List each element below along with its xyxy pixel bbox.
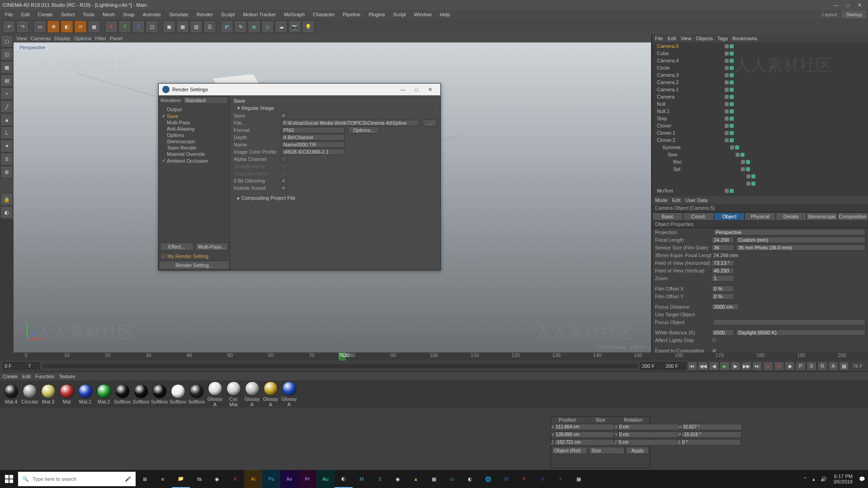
name-dropdown[interactable]: Name0000.TIF: [281, 141, 344, 148]
menu-render[interactable]: Render: [193, 11, 216, 18]
render-category-item[interactable]: Anti-Aliasing: [159, 126, 230, 132]
render-view-icon[interactable]: ▣: [163, 20, 175, 33]
menu-simulate[interactable]: Simulate: [166, 11, 192, 18]
render-category-item[interactable]: Options: [159, 132, 230, 138]
timeline-current-field[interactable]: [26, 362, 40, 370]
move-tool-icon[interactable]: ✥: [47, 20, 60, 33]
object-tree-item[interactable]: Camera.2: [652, 79, 868, 86]
object-tree-item[interactable]: Camera.5: [652, 42, 868, 50]
fovv-field[interactable]: 45.293 °: [712, 267, 734, 274]
menu-snap[interactable]: Snap: [120, 11, 138, 18]
render-pv-icon[interactable]: ▥: [190, 20, 203, 33]
format-dropdown[interactable]: PNG: [281, 127, 344, 133]
app-icon-4[interactable]: ◐: [461, 470, 479, 488]
menu-select[interactable]: Select: [58, 11, 78, 18]
tab-details[interactable]: Details: [776, 212, 807, 221]
profile-field[interactable]: sRGB IEC61966-2.1: [281, 149, 344, 155]
render-category-item[interactable]: Material Override: [159, 151, 230, 157]
edge-icon[interactable]: e: [154, 470, 172, 488]
tweak-mode-icon[interactable]: ✦: [0, 140, 13, 152]
axis-mode-icon[interactable]: L: [0, 127, 13, 139]
object-tree-item[interactable]: Step: [652, 115, 868, 122]
tab-physical[interactable]: Physical: [745, 212, 775, 221]
object-tree-item[interactable]: Null.1: [652, 108, 868, 115]
prev-frame-icon[interactable]: ◀: [709, 361, 719, 371]
tab-basic[interactable]: Basic: [652, 212, 683, 221]
material-item[interactable]: Glossy A: [262, 381, 279, 407]
material-item[interactable]: Mat: [58, 384, 75, 404]
timeline-scrollbar[interactable]: [42, 364, 637, 368]
edge-mode-icon[interactable]: ╱: [0, 100, 13, 113]
store-icon[interactable]: 🛍: [190, 470, 208, 488]
object-manager-tree[interactable]: Camera.5CubeCamera.4CircleCamera.3Camera…: [652, 42, 868, 196]
object-tree-item[interactable]: Cube: [652, 50, 868, 57]
vp-menu-options[interactable]: Options: [74, 36, 91, 41]
render-category-item[interactable]: ✓Ambient Occlusion: [159, 157, 230, 164]
render-preset-item[interactable]: ☑ My Render Setting: [159, 252, 230, 261]
vp-menu-panel[interactable]: Panel: [110, 36, 123, 41]
excel-icon[interactable]: X: [552, 470, 570, 488]
object-tree-item[interactable]: Camera.4: [652, 57, 868, 64]
offy-field[interactable]: 0 %: [712, 293, 734, 300]
render-settings-icon[interactable]: ☰: [203, 20, 216, 33]
tab-stereo[interactable]: Stereoscopic: [807, 212, 837, 221]
select-tool-icon[interactable]: ▭: [33, 20, 46, 33]
vp-menu-filter[interactable]: Filter: [95, 36, 106, 41]
render-category-item[interactable]: Team Render: [159, 145, 230, 151]
cortana-mic-icon[interactable]: 🎤: [125, 476, 131, 482]
menu-window[interactable]: Window: [411, 11, 435, 18]
mat-menu-create[interactable]: Create: [3, 374, 18, 379]
model-mode-icon[interactable]: ◫: [0, 48, 13, 61]
timeline-end2-field[interactable]: [664, 362, 686, 370]
coord-mode-dropdown[interactable]: Object (Rel): [552, 447, 587, 454]
material-item[interactable]: Glossy A: [207, 381, 223, 407]
prev-key-icon[interactable]: ◀◀: [698, 361, 708, 371]
size-y-field[interactable]: [618, 432, 678, 438]
depth-dropdown[interactable]: 8 Bit/Channel: [281, 134, 344, 141]
projection-dropdown[interactable]: Perspective: [713, 229, 865, 235]
menu-character[interactable]: Character: [310, 11, 338, 18]
sound-checkbox[interactable]: [281, 185, 287, 191]
spline-pen-icon[interactable]: ✎: [234, 20, 247, 33]
menu-plugins[interactable]: Plugins: [365, 11, 388, 18]
autokey-icon[interactable]: ●: [774, 361, 784, 371]
materials-panel[interactable]: Mat.4CircularMat.3MatMat.1Mat.2SoftboxSo…: [0, 380, 868, 408]
menu-help[interactable]: Help: [437, 11, 453, 18]
tab-composition[interactable]: Composition: [837, 212, 868, 221]
axis-z-icon[interactable]: Z: [132, 20, 145, 33]
generator-icon[interactable]: ◉: [248, 20, 260, 33]
material-item[interactable]: Softbox: [170, 384, 186, 404]
make-editable-icon[interactable]: ▢: [0, 35, 13, 47]
menu-tools[interactable]: Tools: [80, 11, 98, 18]
timeline-ruler[interactable]: 7630 01020304050607080901001101201301401…: [0, 352, 868, 361]
cinema4d-icon[interactable]: ◐: [335, 470, 353, 488]
material-item[interactable]: Mat.1: [77, 384, 94, 404]
object-tree-item[interactable]: Camera: [652, 93, 868, 100]
workplane-x-icon[interactable]: ◐: [0, 206, 13, 219]
undo-icon[interactable]: ↶: [3, 20, 15, 33]
obj-menu-file[interactable]: File: [655, 36, 663, 41]
record-icon[interactable]: ●: [763, 361, 773, 371]
goto-end-icon[interactable]: ⏭: [752, 361, 762, 371]
file-browse-button[interactable]: ...: [423, 119, 437, 127]
object-tree-item[interactable]: Camera.1: [652, 86, 868, 93]
menu-edit[interactable]: Edit: [18, 11, 33, 18]
vlc-icon[interactable]: ▲: [407, 470, 425, 488]
obj-menu-edit[interactable]: Edit: [668, 36, 676, 41]
export-checkbox[interactable]: ✓: [712, 348, 717, 353]
dialog-maximize-button[interactable]: □: [410, 87, 423, 92]
zoom-field[interactable]: 1: [712, 275, 734, 282]
menu-create[interactable]: Create: [35, 11, 56, 18]
wb-field[interactable]: 6500: [712, 329, 734, 336]
rot-p-field[interactable]: [681, 432, 741, 438]
focal-field[interactable]: 24.268: [712, 237, 734, 243]
pos-z-field[interactable]: [554, 439, 614, 446]
tab-object[interactable]: Object: [714, 212, 745, 221]
key-pos-icon[interactable]: P: [796, 361, 806, 371]
obj-menu-objects[interactable]: Objects: [696, 36, 712, 41]
object-tree-item[interactable]: Circle: [652, 64, 868, 71]
key-scale-icon[interactable]: S: [807, 361, 816, 371]
attr-menu-edit[interactable]: Edit: [672, 197, 681, 203]
mat-menu-texture[interactable]: Texture: [59, 374, 75, 379]
render-region-icon[interactable]: ▦: [176, 20, 189, 33]
